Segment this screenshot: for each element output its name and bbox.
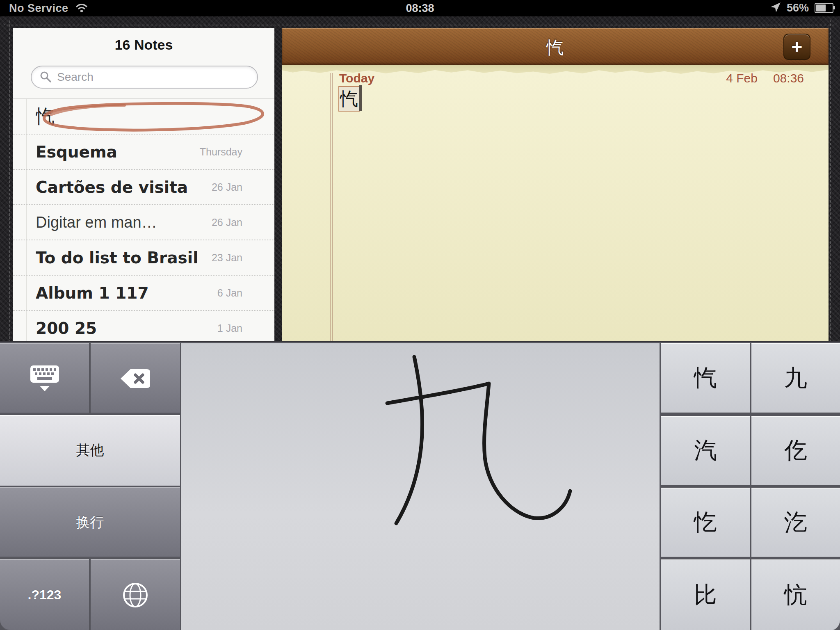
rule-line xyxy=(282,111,829,111)
note-title: 200 25 xyxy=(36,319,213,338)
add-note-button[interactable]: + xyxy=(783,34,810,60)
note-row[interactable]: Cartões de visita 26 Jan xyxy=(13,170,274,205)
candidate-key[interactable]: 仡 xyxy=(751,416,840,485)
backspace-icon xyxy=(120,368,151,389)
note-paper[interactable]: Today 4 Feb 08:36 忾 xyxy=(282,65,829,342)
search-field[interactable] xyxy=(31,66,258,89)
candidate-key[interactable]: 汽 xyxy=(661,416,750,485)
note-date: 6 Jan xyxy=(217,287,242,299)
note-date: Thursday xyxy=(200,146,242,158)
handwriting-pad[interactable] xyxy=(181,343,660,630)
note-date: 26 Jan xyxy=(212,217,242,228)
candidate-key[interactable]: 忔 xyxy=(661,488,750,557)
backspace-key[interactable] xyxy=(91,343,180,413)
note-title: To do list to Brasil xyxy=(36,249,208,267)
numbers-key[interactable]: .?123 xyxy=(0,559,89,630)
plus-icon: + xyxy=(792,37,803,56)
margin-line xyxy=(330,73,331,342)
note-title-header: 忾 xyxy=(282,36,829,59)
margin-line xyxy=(332,73,333,342)
status-bar: No Service 08:38 56% xyxy=(0,0,840,16)
note-row[interactable]: Esquema Thursday xyxy=(13,135,274,170)
notes-list-panel: 16 Notes 忾 Esquema Thursday xyxy=(13,28,274,342)
note-header-bar: 忾 + xyxy=(282,28,829,65)
note-datetime: 4 Feb 08:36 xyxy=(726,71,804,85)
dismiss-keyboard-key[interactable] xyxy=(0,343,89,413)
other-candidates-key[interactable]: 其他 xyxy=(0,415,180,486)
note-date: 26 Jan xyxy=(212,181,242,193)
note-day-label: Today xyxy=(339,71,374,85)
globe-icon xyxy=(122,582,149,609)
note-content-marked-text[interactable]: 忾 xyxy=(338,86,360,112)
candidate-key[interactable]: 汔 xyxy=(751,488,840,557)
keyboard-dismiss-icon xyxy=(29,365,60,392)
note-date: 4 Feb xyxy=(726,71,758,85)
note-row-selected[interactable]: 忾 xyxy=(13,99,274,135)
note-date: 23 Jan xyxy=(212,252,242,264)
note-row[interactable]: Digitar em man… 26 Jan xyxy=(13,205,274,240)
globe-key[interactable] xyxy=(91,559,180,630)
candidate-key[interactable]: 九 xyxy=(751,343,840,413)
text-cursor xyxy=(359,85,362,111)
note-date: 1 Jan xyxy=(217,322,242,334)
search-icon xyxy=(40,71,52,83)
candidate-key[interactable]: 忼 xyxy=(751,559,840,630)
handwritten-stroke-nine xyxy=(181,343,660,630)
clock: 08:38 xyxy=(0,2,840,15)
note-row[interactable]: To do list to Brasil 23 Jan xyxy=(13,240,274,276)
battery-percent: 56% xyxy=(787,2,809,14)
return-key[interactable]: 换行 xyxy=(0,487,180,557)
candidate-key[interactable]: 比 xyxy=(661,559,750,630)
note-title: 忾 xyxy=(36,104,238,129)
location-arrow-icon xyxy=(770,2,781,14)
note-row[interactable]: Album 1 117 6 Jan xyxy=(13,276,274,311)
battery-icon xyxy=(815,3,833,13)
note-title: Esquema xyxy=(36,143,196,161)
notes-list: 忾 Esquema Thursday Cartões de visita 26 … xyxy=(13,98,274,342)
note-time: 08:36 xyxy=(773,71,804,85)
note-title: Digitar em man… xyxy=(36,214,208,231)
note-title: Album 1 117 xyxy=(36,284,213,302)
ipad-screen: No Service 08:38 56% xyxy=(0,0,840,630)
handwriting-keyboard: 其他 换行 .?123 忾 九 xyxy=(0,341,840,630)
search-input[interactable] xyxy=(56,70,230,84)
note-title: Cartões de visita xyxy=(36,178,208,196)
candidate-key[interactable]: 忾 xyxy=(661,343,750,413)
notes-count-title: 16 Notes xyxy=(13,37,274,53)
